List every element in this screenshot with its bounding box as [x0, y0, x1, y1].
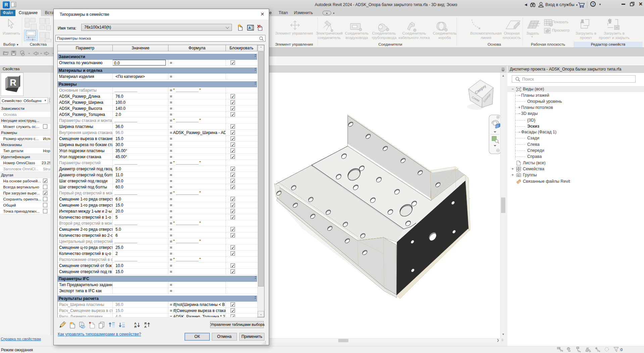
svg-text::0: :0 [620, 348, 623, 352]
svg-text:A: A [248, 26, 251, 30]
svg-text:А: А [144, 325, 147, 328]
svg-text:Я: Я [134, 325, 136, 328]
svg-text:R: R [10, 77, 16, 88]
svg-text:А: А [134, 322, 137, 325]
svg-text:Я: Я [144, 322, 146, 325]
